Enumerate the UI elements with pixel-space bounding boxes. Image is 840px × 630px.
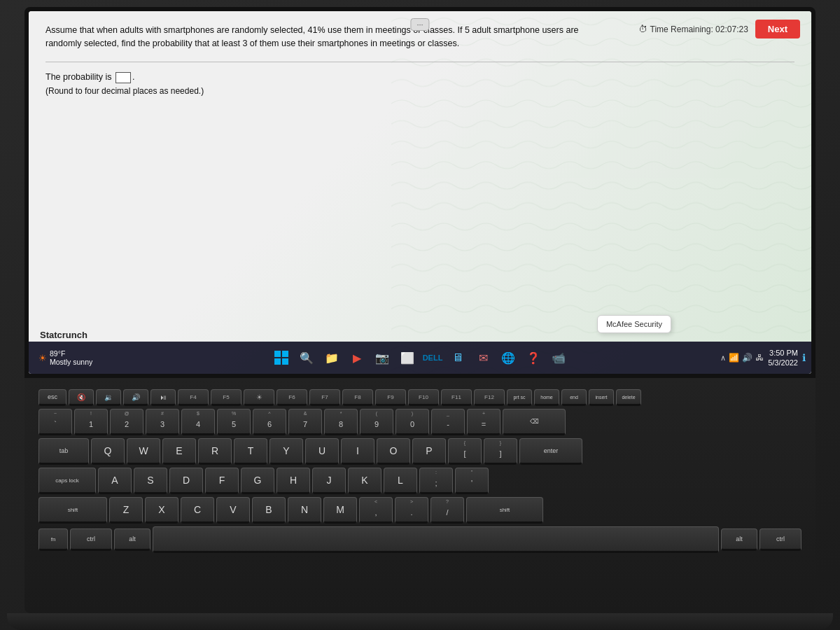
key-end[interactable]: end (561, 389, 587, 406)
key-f[interactable]: F (205, 468, 239, 494)
key-f8[interactable]: F8 (342, 389, 373, 406)
key-n[interactable]: N (288, 497, 321, 524)
key-8[interactable]: *8 (324, 409, 358, 435)
key-s[interactable]: S (134, 468, 167, 494)
next-button[interactable]: Next (755, 20, 800, 38)
key-fn-bottom[interactable]: fn (38, 528, 68, 551)
key-k[interactable]: K (348, 468, 382, 494)
key-period[interactable]: >. (395, 497, 428, 524)
key-f9[interactable]: F9 (375, 389, 406, 406)
taskbar-app-icon-7[interactable]: 🌐 (497, 346, 519, 369)
weather-widget[interactable]: ☀ 89°F Mostly sunny (34, 348, 97, 368)
key-m[interactable]: M (323, 497, 357, 524)
key-home[interactable]: home (534, 389, 559, 406)
volume-icon[interactable]: 🔊 (742, 353, 752, 363)
ellipsis-button[interactable]: ··· (410, 18, 429, 31)
key-0[interactable]: )0 (396, 409, 429, 435)
key-space[interactable] (153, 526, 719, 553)
key-v[interactable]: V (216, 497, 250, 524)
key-esc[interactable]: esc (38, 389, 66, 406)
key-slash[interactable]: ?/ (430, 497, 464, 524)
key-quote[interactable]: "' (455, 468, 489, 494)
key-w[interactable]: W (127, 438, 160, 465)
dell-icon[interactable]: DELL (421, 346, 444, 369)
key-o[interactable]: O (377, 438, 410, 465)
taskbar-app-icon-6[interactable]: ✉ (472, 346, 494, 369)
key-f4[interactable]: F4 (178, 389, 209, 406)
key-minus[interactable]: _- (431, 409, 465, 435)
network-icon[interactable]: 🖧 (755, 353, 764, 363)
taskbar-app-icon-3[interactable]: 📷 (371, 346, 393, 369)
key-j[interactable]: J (312, 468, 346, 494)
key-f10[interactable]: F10 (408, 389, 439, 406)
key-brightness[interactable]: ☀ (244, 389, 274, 406)
key-shift-right[interactable]: shift (466, 497, 543, 524)
key-1[interactable]: !1 (74, 409, 108, 435)
key-2[interactable]: @2 (110, 409, 144, 435)
key-ctrl-right[interactable]: ctrl (760, 528, 802, 551)
windows-icon[interactable] (270, 346, 293, 369)
key-p[interactable]: P (412, 438, 446, 465)
key-backspace[interactable]: ⌫ (503, 409, 566, 435)
key-3[interactable]: #3 (146, 409, 179, 435)
key-5[interactable]: %5 (217, 409, 251, 435)
key-equals[interactable]: += (467, 409, 500, 435)
key-play[interactable]: ⏯ (150, 389, 176, 406)
key-a[interactable]: A (98, 468, 132, 494)
key-z[interactable]: Z (109, 497, 143, 524)
key-r[interactable]: R (198, 438, 232, 465)
key-g[interactable]: G (241, 468, 274, 494)
key-tab[interactable]: tab (38, 438, 89, 465)
key-4[interactable]: $4 (181, 409, 215, 435)
taskbar-app-icon-4[interactable]: ⬜ (396, 346, 419, 369)
key-enter[interactable]: enter (519, 438, 582, 465)
key-delete[interactable]: delete (616, 389, 641, 406)
key-d[interactable]: D (169, 468, 203, 494)
key-c[interactable]: C (181, 497, 214, 524)
key-vol-up[interactable]: 🔊 (123, 389, 148, 406)
key-prtsc[interactable]: prt sc (507, 389, 532, 406)
key-alt-right[interactable]: alt (721, 528, 757, 551)
key-semicolon[interactable]: :; (419, 468, 453, 494)
key-alt-left[interactable]: alt (114, 528, 150, 551)
key-bracket-l[interactable]: {[ (448, 438, 482, 465)
key-f6[interactable]: F6 (276, 389, 307, 406)
key-vol-down[interactable]: 🔉 (96, 389, 121, 406)
taskbar-app-icon-2[interactable]: ▶ (346, 346, 368, 369)
key-9[interactable]: (9 (360, 409, 393, 435)
key-q[interactable]: Q (91, 438, 125, 465)
key-u[interactable]: U (305, 438, 339, 465)
key-h[interactable]: H (276, 468, 310, 494)
taskbar-app-icon-8[interactable]: ❓ (522, 346, 545, 369)
key-backtick[interactable]: ~` (38, 409, 72, 435)
taskbar-app-icon-9[interactable]: 📹 (547, 346, 570, 369)
key-f5[interactable]: F5 (211, 389, 241, 406)
wifi-icon[interactable]: 📶 (729, 353, 739, 363)
key-comma[interactable]: <, (359, 497, 393, 524)
search-taskbar-button[interactable]: 🔍 (295, 346, 318, 369)
key-f11[interactable]: F11 (441, 389, 472, 406)
key-insert[interactable]: insert (589, 389, 614, 406)
key-ctrl-left[interactable]: ctrl (70, 528, 112, 551)
key-l[interactable]: L (384, 468, 417, 494)
chevron-up-icon[interactable]: ∧ (720, 354, 726, 363)
key-t[interactable]: T (234, 438, 267, 465)
key-e[interactable]: E (162, 438, 196, 465)
key-y[interactable]: Y (270, 438, 303, 465)
key-shift-left[interactable]: shift (38, 497, 107, 524)
key-caps-lock[interactable]: caps lock (38, 468, 96, 494)
taskbar-app-icon-1[interactable]: 📁 (321, 346, 343, 369)
clock-display[interactable]: 3:50 PM 5/3/2022 (768, 348, 798, 368)
key-bracket-r[interactable]: }] (484, 438, 517, 465)
key-mute[interactable]: 🔇 (69, 389, 94, 406)
answer-input-box[interactable] (115, 72, 131, 83)
key-6[interactable]: ^6 (253, 409, 286, 435)
key-x[interactable]: X (145, 497, 178, 524)
key-7[interactable]: &7 (288, 409, 322, 435)
key-i[interactable]: I (341, 438, 374, 465)
key-b[interactable]: B (252, 497, 286, 524)
help-icon[interactable]: ℹ (802, 352, 806, 363)
key-f7[interactable]: F7 (309, 389, 340, 406)
key-f12[interactable]: F12 (474, 389, 505, 406)
taskbar-app-icon-5[interactable]: 🖥 (447, 346, 469, 369)
